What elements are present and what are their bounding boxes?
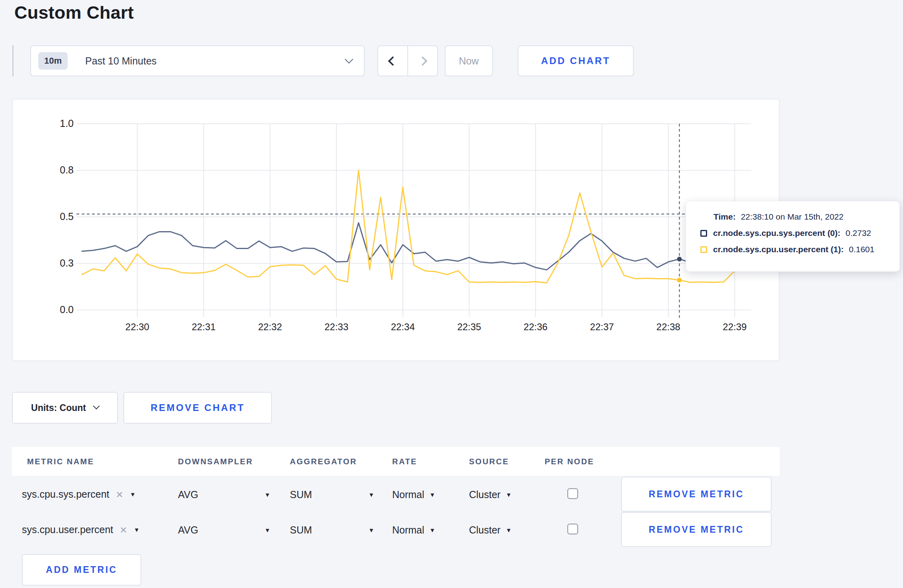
- timeframe-label: Past 10 Minutes: [85, 55, 346, 67]
- rate-select[interactable]: Normal▼: [392, 489, 435, 500]
- chart-card: 1.00.80.50.30.0 22:3022:3122:3222:3322:3…: [12, 99, 780, 361]
- time-back-button[interactable]: [377, 45, 408, 76]
- caret-down-icon: ▼: [264, 526, 270, 533]
- chevron-right-icon: [418, 56, 427, 66]
- column-header: RATE: [392, 457, 417, 466]
- y-tick-label: 0.8: [13, 164, 74, 176]
- x-tick-label: 22:37: [590, 321, 614, 333]
- caret-down-icon: ▼: [134, 526, 140, 533]
- column-header: SOURCE: [469, 457, 509, 466]
- series-swatch-icon: [700, 230, 707, 237]
- downsampler-select[interactable]: AVG▼: [178, 524, 270, 535]
- rate-value: Normal: [392, 524, 424, 535]
- downsampler-value: AVG: [178, 489, 198, 500]
- series-swatch-icon: [700, 246, 707, 253]
- x-tick-label: 22:31: [192, 321, 216, 333]
- add-metric-label: ADD METRIC: [46, 565, 117, 575]
- time-nav-group: [377, 45, 438, 76]
- tooltip-series-value: 0.2732: [846, 228, 871, 238]
- remove-metric-label: REMOVE METRIC: [649, 524, 744, 535]
- remove-metric-button[interactable]: REMOVE METRIC: [621, 512, 772, 547]
- remove-metric-label: REMOVE METRIC: [649, 489, 744, 500]
- remove-metric-button[interactable]: REMOVE METRIC: [621, 477, 772, 512]
- caret-down-icon: ▼: [506, 526, 512, 533]
- y-tick-label: 0.5: [13, 211, 74, 222]
- now-button[interactable]: Now: [445, 45, 493, 76]
- caret-down-icon: ▼: [368, 491, 374, 498]
- caret-down-icon: ▼: [130, 491, 136, 498]
- caret-down-icon: ▼: [506, 491, 512, 498]
- rate-value: Normal: [392, 489, 424, 500]
- source-value: Cluster: [469, 489, 500, 500]
- time-forward-button[interactable]: [408, 45, 438, 76]
- per-node-checkbox[interactable]: [567, 524, 578, 534]
- y-tick-label: 1.0: [13, 118, 74, 129]
- column-header: AGGREGATOR: [290, 457, 357, 466]
- crosshair-dot-1: [677, 278, 682, 282]
- source-select[interactable]: Cluster▼: [469, 524, 512, 535]
- column-header: DOWNSAMPLER: [178, 457, 253, 466]
- downsampler-select[interactable]: AVG▼: [178, 489, 270, 500]
- y-tick-label: 0.3: [13, 257, 74, 269]
- metric-name-value: sys.cpu.user.percent: [22, 524, 113, 535]
- column-header: PER NODE: [545, 457, 594, 466]
- clear-metric-icon[interactable]: ×: [120, 524, 127, 536]
- aggregator-value: SUM: [290, 524, 312, 535]
- caret-down-icon: ▼: [430, 526, 436, 533]
- chevron-down-icon: [93, 403, 100, 409]
- units-dropdown[interactable]: Units: Count: [12, 392, 118, 424]
- timeseries-chart[interactable]: [76, 124, 751, 310]
- crosshair-dot-0: [677, 257, 682, 261]
- plot-area[interactable]: [76, 124, 751, 310]
- x-tick-label: 22:35: [457, 321, 481, 333]
- aggregator-select[interactable]: SUM▼: [290, 489, 374, 500]
- caret-down-icon: ▼: [368, 526, 374, 533]
- downsampler-value: AVG: [178, 524, 198, 535]
- x-tick-label: 22:33: [324, 321, 348, 333]
- metrics-table-body: sys.cpu.sys.percent×▼AVG▼SUM▼Normal▼Clus…: [12, 477, 780, 549]
- tooltip-time-row: Time: 22:38:10 on Mar 15th, 2022: [700, 212, 887, 222]
- clear-metric-icon[interactable]: ×: [116, 489, 123, 500]
- add-metric-button[interactable]: ADD METRIC: [22, 554, 141, 586]
- aggregator-value: SUM: [290, 489, 312, 500]
- per-node-checkbox[interactable]: [567, 488, 578, 499]
- timeframe-badge: 10m: [38, 52, 68, 70]
- tooltip-series-label: cr.node.sys.cpu.sys.percent (0):: [713, 228, 840, 238]
- metrics-table-header: METRIC NAMEDOWNSAMPLERAGGREGATORRATESOUR…: [12, 447, 780, 476]
- tooltip-series-value: 0.1601: [849, 245, 874, 254]
- source-value: Cluster: [469, 524, 500, 535]
- tooltip-series-label: cr.node.sys.cpu.user.percent (1):: [713, 245, 844, 254]
- timeframe-dropdown[interactable]: 10m Past 10 Minutes: [30, 45, 365, 76]
- caret-down-icon: ▼: [430, 491, 436, 498]
- chevron-down-icon: [345, 55, 353, 63]
- metric-row: sys.cpu.sys.percent×▼AVG▼SUM▼Normal▼Clus…: [12, 477, 780, 512]
- x-tick-label: 22:32: [258, 321, 282, 333]
- tooltip-time-label: Time:: [713, 212, 736, 222]
- rate-select[interactable]: Normal▼: [392, 524, 435, 535]
- tooltip-time-value: 22:38:10 on Mar 15th, 2022: [741, 212, 844, 222]
- tooltip-series-row: cr.node.sys.cpu.sys.percent (0):0.2732: [700, 228, 887, 238]
- remove-chart-button[interactable]: REMOVE CHART: [123, 392, 272, 424]
- metric-name-value: sys.cpu.sys.percent: [22, 489, 109, 500]
- x-tick-label: 22:34: [391, 321, 415, 333]
- metric-row: sys.cpu.user.percent×▼AVG▼SUM▼Normal▼Clu…: [12, 512, 780, 547]
- x-tick-label: 22:39: [723, 321, 747, 333]
- add-chart-label: ADD CHART: [541, 55, 610, 66]
- add-chart-button[interactable]: ADD CHART: [518, 45, 634, 76]
- y-tick-label: 0.0: [13, 304, 74, 315]
- chevron-left-icon: [388, 56, 397, 66]
- column-header: METRIC NAME: [27, 457, 94, 466]
- aggregator-select[interactable]: SUM▼: [290, 524, 374, 535]
- remove-chart-label: REMOVE CHART: [150, 402, 245, 413]
- tooltip-series-row: cr.node.sys.cpu.user.percent (1):0.1601: [700, 245, 887, 254]
- toolbar-accent-divider: [12, 45, 14, 76]
- metric-name-select[interactable]: sys.cpu.sys.percent×▼: [22, 489, 136, 500]
- x-tick-label: 22:36: [524, 321, 547, 333]
- page-title: Custom Chart: [14, 2, 134, 23]
- caret-down-icon: ▼: [264, 491, 270, 498]
- x-tick-label: 22:30: [125, 321, 149, 333]
- series-line-1: [82, 170, 746, 283]
- units-label: Units: Count: [31, 403, 86, 413]
- metric-name-select[interactable]: sys.cpu.user.percent×▼: [22, 524, 140, 536]
- source-select[interactable]: Cluster▼: [469, 489, 512, 500]
